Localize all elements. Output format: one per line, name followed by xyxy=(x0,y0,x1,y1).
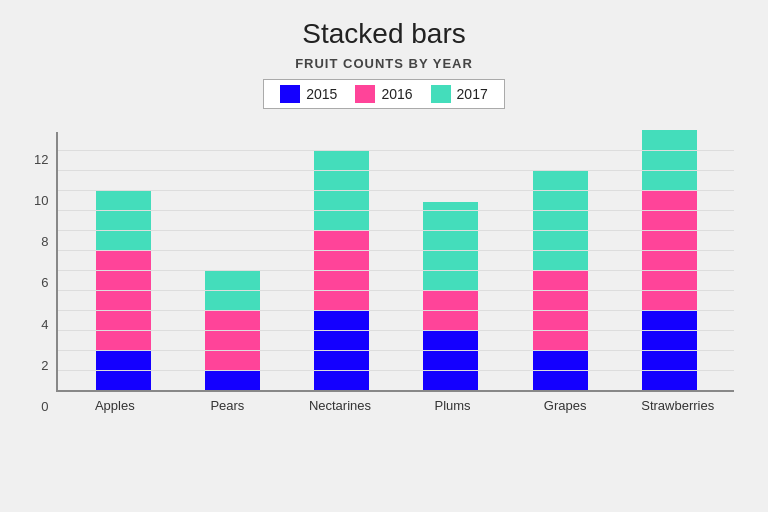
bar-stack xyxy=(96,190,151,390)
legend-label: 2017 xyxy=(457,86,488,102)
bar-stack xyxy=(423,202,478,390)
bar-segment xyxy=(96,190,151,250)
bar-group xyxy=(68,132,177,390)
bar-group xyxy=(178,132,287,390)
bar-group xyxy=(615,132,724,390)
bar-group xyxy=(396,132,505,390)
bar-segment xyxy=(423,330,478,390)
bar-segment xyxy=(642,310,697,390)
bar-stack xyxy=(205,270,260,390)
bar-segment xyxy=(205,270,260,310)
legend-label: 2015 xyxy=(306,86,337,102)
legend-item: 2016 xyxy=(355,85,412,103)
y-axis-label: 8 xyxy=(41,235,48,248)
legend: 201520162017 xyxy=(263,79,504,109)
bar-segment xyxy=(314,310,369,390)
bar-segment xyxy=(423,290,478,330)
bar-segment xyxy=(642,190,697,310)
legend-color-box xyxy=(280,85,300,103)
x-axis-label: Grapes xyxy=(509,398,622,413)
x-axis-label: Strawberries xyxy=(621,398,734,413)
legend-item: 2017 xyxy=(431,85,488,103)
legend-item: 2015 xyxy=(280,85,337,103)
bar-segment xyxy=(423,202,478,290)
y-axis-label: 12 xyxy=(34,153,48,166)
legend-color-box xyxy=(431,85,451,103)
bar-segment xyxy=(96,350,151,390)
x-axis-label: Pears xyxy=(171,398,284,413)
bar-group xyxy=(287,132,396,390)
bar-stack xyxy=(642,130,697,390)
y-axis: 121086420 xyxy=(34,153,56,413)
y-axis-label: 0 xyxy=(41,400,48,413)
bar-group xyxy=(505,132,614,390)
x-axis-label: Nectarines xyxy=(284,398,397,413)
bar-segment xyxy=(96,250,151,350)
chart-subtitle: FRUIT COUNTS BY YEAR xyxy=(295,56,473,71)
x-axis-label: Plums xyxy=(396,398,509,413)
y-axis-label: 6 xyxy=(41,276,48,289)
bars-container xyxy=(56,132,734,392)
chart-title: Stacked bars xyxy=(302,18,465,50)
bar-segment xyxy=(642,130,697,190)
bar-stack xyxy=(533,170,588,390)
x-axis-label: Apples xyxy=(58,398,171,413)
bars-and-xaxis: ApplesPearsNectarinesPlumsGrapesStrawber… xyxy=(56,132,734,413)
bar-stack xyxy=(314,150,369,390)
bar-segment xyxy=(205,310,260,370)
y-axis-label: 10 xyxy=(34,194,48,207)
bar-segment xyxy=(533,270,588,350)
x-labels: ApplesPearsNectarinesPlumsGrapesStrawber… xyxy=(56,392,734,413)
bar-segment xyxy=(314,150,369,230)
chart-area: 121086420 ApplesPearsNectarinesPlumsGrap… xyxy=(34,123,734,413)
bar-segment xyxy=(314,230,369,310)
bar-segment xyxy=(205,370,260,390)
bar-segment xyxy=(533,170,588,270)
bar-segment xyxy=(533,350,588,390)
legend-label: 2016 xyxy=(381,86,412,102)
y-axis-label: 4 xyxy=(41,318,48,331)
y-axis-label: 2 xyxy=(41,359,48,372)
legend-color-box xyxy=(355,85,375,103)
